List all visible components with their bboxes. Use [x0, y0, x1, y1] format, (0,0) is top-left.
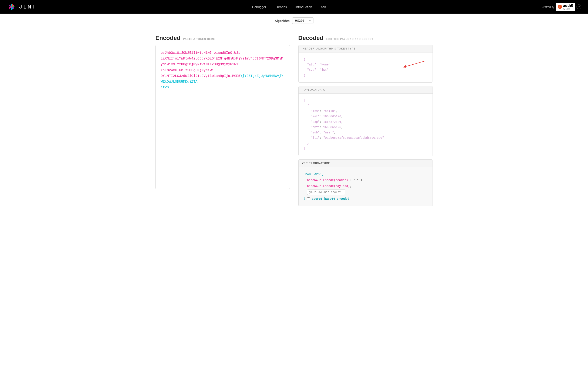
- payload-section-body[interactable]: [ { "iss": "admin", "iat": 1668865126, "…: [299, 94, 432, 156]
- secret-input[interactable]: [307, 190, 345, 195]
- payload-section: PAYLOAD:DATA [ { "iss": "admin", "iat": …: [298, 86, 433, 156]
- okta-label: by Okta: [563, 8, 573, 10]
- verify-section-body: HMACSHA256( base64UrlEncode(header) + ".…: [299, 167, 432, 206]
- header-section: HEADER:ALGORITHM & TOKEN TYPE { "alg": "…: [298, 45, 433, 83]
- algorithm-bar: Algorithm HS256 HS384 HS512 RS256 RS384 …: [0, 14, 588, 28]
- verify-secret-line[interactable]: [304, 189, 427, 195]
- algorithm-label: Algorithm: [274, 19, 290, 22]
- decoded-title: Decoded: [298, 35, 324, 41]
- verify-section: VERIFY SIGNATURE HMACSHA256( base64UrlEn…: [298, 159, 433, 206]
- crafted-by-text: Crafted by: [542, 5, 554, 9]
- encoded-panel: Encoded PASTE A TOKEN HERE eyJhbGciOiJOb…: [156, 35, 290, 206]
- navbar-right: Crafted by 0 auth0 by Okta ?: [542, 3, 581, 11]
- payload-section-label: PAYLOAD:DATA: [299, 86, 432, 94]
- decoded-panel: Decoded EDIT THE PAYLOAD AND SECRET HEAD…: [298, 35, 433, 206]
- auth0-icon: 0: [558, 5, 562, 9]
- verify-line1: base64UrlEncode(header) + "." +: [304, 177, 427, 183]
- encoded-subtitle: PASTE A TOKEN HERE: [183, 38, 215, 41]
- jwt-logo-icon: [7, 2, 16, 11]
- verify-footer: ) secret base64 encoded: [304, 196, 427, 202]
- nav-introduction[interactable]: Introduction: [295, 5, 312, 9]
- help-icon[interactable]: ?: [577, 4, 581, 9]
- decoded-subtitle: EDIT THE PAYLOAD AND SECRET: [326, 38, 373, 41]
- base64-checkbox[interactable]: [307, 197, 310, 200]
- auth0-label: auth0: [563, 3, 573, 8]
- navbar: JLNT Debugger Libraries Introduction Ask…: [0, 0, 588, 14]
- verify-line2: base64UrlEncode(payload),: [304, 183, 427, 189]
- nav-libraries[interactable]: Libraries: [275, 5, 287, 9]
- decoded-header: Decoded EDIT THE PAYLOAD AND SECRET: [298, 35, 433, 41]
- encoded-header: Encoded PASTE A TOKEN HERE: [156, 35, 290, 41]
- encoded-box[interactable]: eyJhbGciOiJOb25lIiwidHlwIjoiand0In0.W3s …: [156, 45, 290, 189]
- token-part3-line2: ifV0: [161, 86, 169, 90]
- main-content: Encoded PASTE A TOKEN HERE eyJhbGciOiJOb…: [145, 28, 443, 213]
- nav-debugger[interactable]: Debugger: [252, 5, 266, 9]
- nav-ask[interactable]: Ask: [321, 5, 326, 9]
- token-part1-line4: DY1MTI2LCJzdWIiOiJ1c2VyIiwianRpIjoiMGE5: [161, 74, 240, 78]
- token-part1-line2: iaXNzIjoiYWRtaW4iLCJpYXQiOjE2Njg4NjUxMjY…: [161, 57, 283, 66]
- nav-links: Debugger Libraries Introduction Ask: [252, 5, 326, 9]
- token-part1: eyJhbGciOiJOb25lIiwidHlwIjoiand0In0.W3s: [161, 51, 240, 55]
- algorithm-select[interactable]: HS256 HS384 HS512 RS256 RS384 RS512: [292, 17, 314, 24]
- encoded-title: Encoded: [156, 35, 180, 41]
- header-section-label: HEADER:ALGORITHM & TOKEN TYPE: [299, 45, 432, 52]
- svg-text:0: 0: [559, 6, 560, 8]
- token-part1-line3: YsImV4cCI6MTY2ODg3MjMyNiwi: [161, 68, 214, 72]
- logo-area: JLNT: [7, 2, 36, 11]
- verify-fn-line: HMACSHA256(: [304, 171, 427, 177]
- verify-section-label: VERIFY SIGNATURE: [299, 160, 432, 167]
- arrow-annotation: [392, 59, 426, 70]
- header-section-body[interactable]: { "alg": "None", "typ": "jwt" }: [299, 52, 432, 82]
- encoded-text: eyJhbGciOiJOb25lIiwidHlwIjoiand0In0.W3s …: [161, 50, 284, 91]
- auth0-badge: 0 auth0 by Okta: [556, 3, 575, 11]
- logo-text: JLNT: [19, 4, 36, 10]
